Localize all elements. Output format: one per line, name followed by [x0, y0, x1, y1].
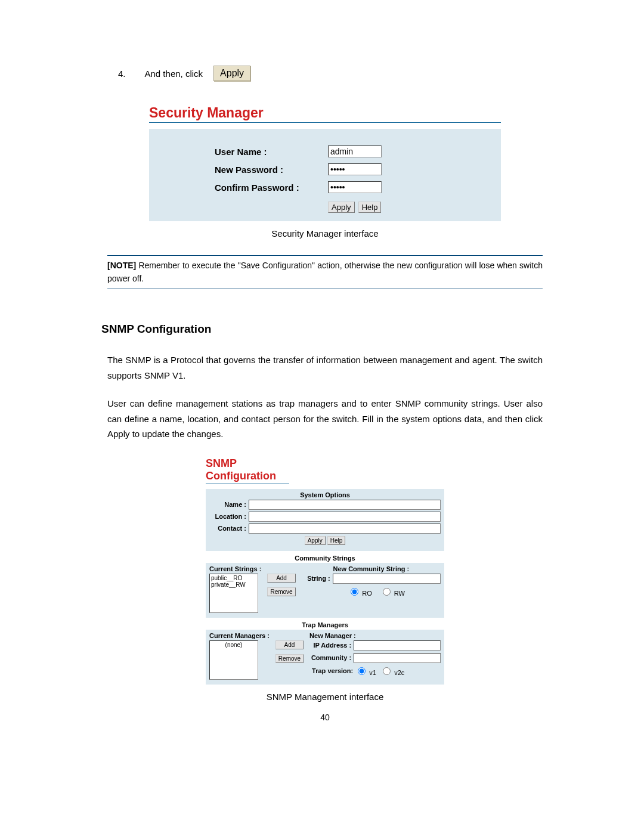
paragraph-2: User can define management stations as t… [107, 396, 543, 442]
trap-community-input[interactable] [354, 653, 441, 663]
community-add-button[interactable]: Add [267, 574, 295, 583]
security-manager-panel: Security Manager User Name : New Passwor… [149, 105, 501, 221]
trap-ip-label: IP Address : [309, 642, 354, 649]
sysopt-help-button[interactable]: Help [327, 536, 346, 545]
trap-community-label: Community : [309, 654, 354, 661]
note-label: [NOTE] [107, 261, 136, 270]
trap-title: Trap Managers [206, 621, 444, 628]
sysopt-apply-button[interactable]: Apply [305, 536, 326, 545]
sysopt-name-label: Name : [209, 501, 249, 508]
snmp-heading: SNMP Configuration [101, 323, 543, 336]
step-text: And then, click [145, 69, 203, 79]
sm-apply-button[interactable]: Apply [328, 202, 355, 213]
new-manager-label: New Manager : [309, 632, 441, 639]
sm-help-button[interactable]: Help [358, 202, 382, 213]
list-item: public__RO [211, 575, 256, 582]
community-string-input[interactable] [333, 574, 441, 584]
new-community-label: New Community String : [302, 565, 441, 572]
sm-caption: Security Manager interface [107, 228, 543, 239]
sysopt-location-label: Location : [209, 513, 249, 520]
current-strings-list[interactable]: public__RO private__RW [209, 574, 258, 613]
instruction-step: 4. And then, click Apply [118, 66, 543, 81]
trap-version-label: Trap version: [312, 667, 353, 674]
apply-button-inline[interactable]: Apply [213, 66, 250, 81]
snmp-caption: SNMP Management interface [107, 692, 543, 702]
step-number: 4. [118, 69, 126, 79]
confirmpass-input[interactable] [328, 181, 382, 193]
sysopt-contact-input[interactable] [249, 524, 441, 534]
paragraph-1: The SNMP is a Protocol that governs the … [107, 352, 543, 383]
trap-remove-button[interactable]: Remove [275, 654, 304, 663]
sysopt-name-input[interactable] [249, 500, 441, 510]
community-string-label: String : [302, 575, 333, 582]
confirmpass-label: Confirm Password : [215, 182, 328, 193]
community-ro-radio[interactable]: RO [348, 590, 372, 597]
snmp-panel-title: SNMP Configuration [206, 457, 289, 484]
sysopt-location-input[interactable] [249, 512, 441, 522]
current-managers-label: Current Managers : [209, 632, 270, 639]
trap-ip-input[interactable] [354, 640, 441, 651]
community-title: Community Strings [206, 555, 444, 562]
trap-v1-radio[interactable]: v1 [355, 665, 376, 676]
username-label: User Name : [215, 147, 328, 157]
panel-title: Security Manager [149, 105, 501, 123]
snmp-panel: SNMP Configuration System Options Name :… [206, 457, 444, 685]
list-item: private__RW [211, 581, 256, 589]
current-strings-label: Current Strings : [209, 565, 261, 572]
community-remove-button[interactable]: Remove [267, 587, 295, 596]
note-text: Remember to execute the "Save Configurat… [107, 261, 543, 283]
page-number: 40 [107, 713, 543, 722]
current-managers-list[interactable]: (none) [209, 640, 258, 680]
sysopt-contact-label: Contact : [209, 525, 249, 532]
trap-v2c-radio[interactable]: v2c [380, 665, 404, 676]
community-rw-radio[interactable]: RW [380, 590, 405, 597]
list-item: (none) [211, 642, 256, 649]
username-input[interactable] [328, 145, 382, 157]
newpass-input[interactable] [328, 163, 382, 175]
system-options-title: System Options [209, 491, 441, 498]
newpass-label: New Password : [215, 165, 328, 175]
trap-add-button[interactable]: Add [275, 640, 304, 649]
note-box: [NOTE] Remember to execute the "Save Con… [107, 255, 543, 289]
